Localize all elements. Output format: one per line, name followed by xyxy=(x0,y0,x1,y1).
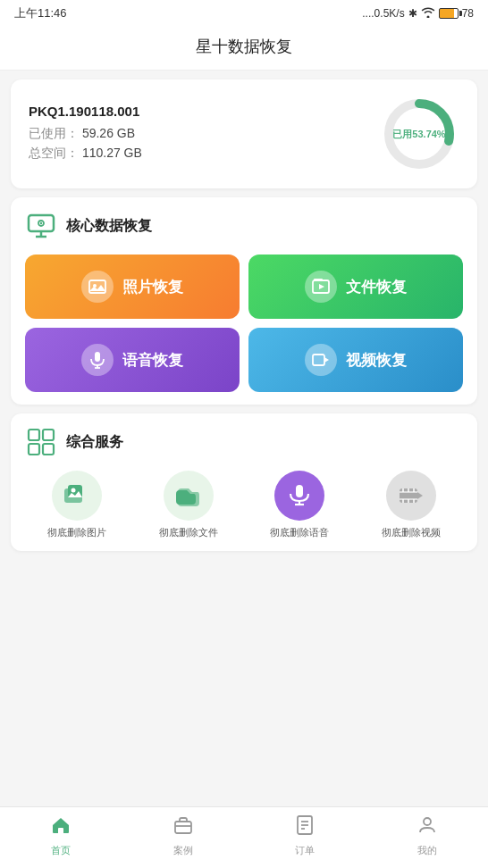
svg-rect-24 xyxy=(296,485,303,497)
home-icon xyxy=(50,814,72,841)
core-section-header: 核心数据恢复 xyxy=(25,210,463,242)
svg-rect-17 xyxy=(29,430,39,440)
delete-voice-icon xyxy=(274,471,324,521)
photo-recovery-label: 照片恢复 xyxy=(122,277,183,297)
nav-order-label: 订单 xyxy=(295,844,315,857)
service-delete-video[interactable]: 彻底删除视频 xyxy=(359,471,464,538)
delete-photo-icon xyxy=(52,471,102,521)
app-title: 星十数据恢复 xyxy=(196,38,292,55)
svg-rect-15 xyxy=(313,355,324,365)
core-section-title: 核心数据恢复 xyxy=(66,217,152,236)
file-recovery-button[interactable]: 文件恢复 xyxy=(248,255,463,319)
svg-point-8 xyxy=(93,284,97,288)
services-icon xyxy=(25,426,57,458)
svg-point-43 xyxy=(424,818,431,825)
wifi-icon xyxy=(421,7,435,21)
services-grid: 彻底删除图片 彻底删除文件 xyxy=(25,471,463,538)
svg-marker-28 xyxy=(417,492,423,499)
delete-video-icon xyxy=(386,471,436,521)
file-icon xyxy=(305,271,337,303)
photo-icon xyxy=(81,271,114,303)
service-delete-file[interactable]: 彻底删除文件 xyxy=(137,471,241,538)
svg-rect-20 xyxy=(43,444,54,455)
order-icon xyxy=(294,814,316,841)
voice-icon xyxy=(81,344,114,376)
nav-mine-label: 我的 xyxy=(417,844,437,857)
storage-donut-chart: 已用53.74% xyxy=(379,94,459,174)
bottom-nav: 首页 案例 订单 xyxy=(0,806,488,868)
battery-level: 78 xyxy=(462,7,474,20)
app-header: 星十数据恢复 xyxy=(0,27,488,71)
nav-case-label: 案例 xyxy=(173,844,193,857)
nav-home[interactable]: 首页 xyxy=(34,814,88,857)
storage-used: 已使用： 59.26 GB xyxy=(29,126,142,142)
svg-rect-19 xyxy=(29,444,39,455)
svg-marker-16 xyxy=(324,357,329,363)
donut-label: 已用53.74% xyxy=(392,128,445,141)
monitor-icon xyxy=(25,210,57,242)
svg-point-23 xyxy=(72,488,76,493)
svg-rect-37 xyxy=(175,822,191,833)
nav-order[interactable]: 订单 xyxy=(278,814,332,857)
delete-file-label: 彻底删除文件 xyxy=(159,526,218,538)
voice-recovery-label: 语音恢复 xyxy=(122,350,183,371)
nav-home-label: 首页 xyxy=(51,844,71,857)
delete-photo-label: 彻底删除图片 xyxy=(47,526,106,538)
mine-icon xyxy=(416,814,438,841)
delete-voice-label: 彻底删除语音 xyxy=(270,526,329,538)
nav-mine[interactable]: 我的 xyxy=(400,814,454,857)
status-bar: 上午11:46 ....0.5K/s ✱ 78 xyxy=(0,0,488,27)
services-section: 综合服务 彻底删除图片 xyxy=(11,413,477,551)
services-section-header: 综合服务 xyxy=(25,426,463,458)
services-section-title: 综合服务 xyxy=(66,433,123,452)
case-icon xyxy=(172,814,194,841)
nav-case[interactable]: 案例 xyxy=(156,814,210,857)
recovery-grid: 照片恢复 文件恢复 xyxy=(25,255,463,392)
signal-text: ....0.5K/s xyxy=(362,7,404,20)
storage-card: PKQ1.190118.001 已使用： 59.26 GB 总空间： 110.2… xyxy=(11,79,477,188)
video-recovery-label: 视频恢复 xyxy=(346,350,407,371)
storage-total: 总空间： 110.27 GB xyxy=(29,146,142,162)
svg-rect-12 xyxy=(95,352,100,362)
voice-recovery-button[interactable]: 语音恢复 xyxy=(25,328,240,392)
status-time: 上午11:46 xyxy=(14,5,67,21)
svg-point-6 xyxy=(40,222,42,224)
delete-video-label: 彻底删除视频 xyxy=(382,526,441,538)
service-delete-photo[interactable]: 彻底删除图片 xyxy=(25,471,130,538)
photo-recovery-button[interactable]: 照片恢复 xyxy=(25,255,240,319)
video-icon xyxy=(305,344,337,376)
svg-marker-11 xyxy=(319,284,324,289)
device-id: PKQ1.190118.001 xyxy=(29,104,142,119)
storage-info: PKQ1.190118.001 已使用： 59.26 GB 总空间： 110.2… xyxy=(29,104,142,165)
svg-rect-18 xyxy=(43,430,54,440)
bluetooth-icon: ✱ xyxy=(408,7,417,20)
battery-icon xyxy=(439,8,459,19)
service-delete-voice[interactable]: 彻底删除语音 xyxy=(248,471,352,538)
status-bar-right: ....0.5K/s ✱ 78 xyxy=(362,7,474,21)
delete-file-icon xyxy=(164,471,214,521)
core-recovery-section: 核心数据恢复 照片恢复 xyxy=(11,197,477,405)
file-recovery-label: 文件恢复 xyxy=(346,277,407,297)
video-recovery-button[interactable]: 视频恢复 xyxy=(248,328,463,392)
